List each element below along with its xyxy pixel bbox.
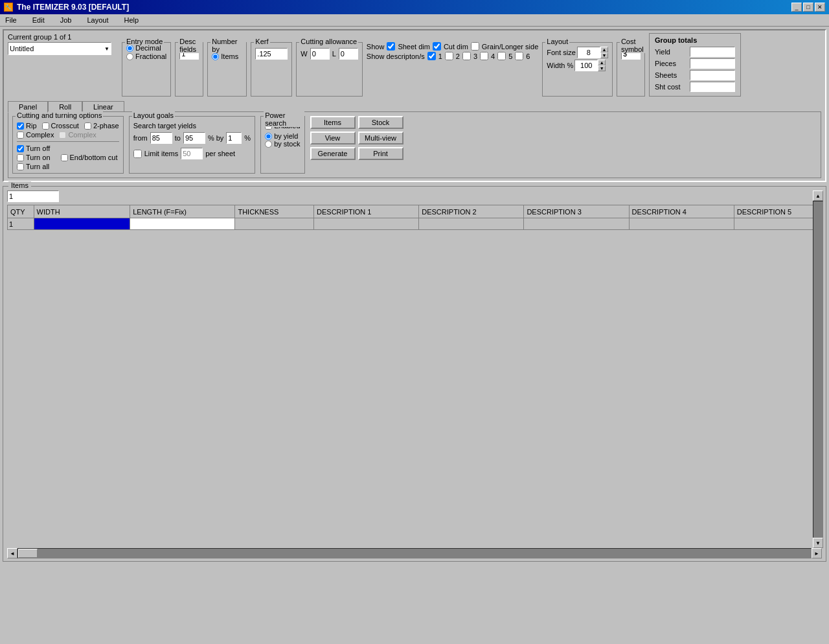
menu-job[interactable]: Job bbox=[58, 16, 74, 25]
show-desc-4-checkbox[interactable] bbox=[480, 52, 488, 60]
font-size-down-btn[interactable]: ▼ bbox=[600, 52, 608, 58]
turn-on-checkbox[interactable] bbox=[17, 154, 24, 161]
yield-input[interactable] bbox=[690, 47, 735, 57]
tabs-container-main: Panel Roll Linear Cutting and turning op… bbox=[8, 100, 821, 178]
width-pct-down-btn[interactable]: ▼ bbox=[598, 65, 606, 71]
row1-width[interactable] bbox=[34, 218, 130, 230]
crosscut-checkbox[interactable] bbox=[42, 122, 49, 130]
show-desc-5-checkbox[interactable] bbox=[497, 52, 506, 60]
scroll-left-btn[interactable]: ◄ bbox=[7, 548, 17, 558]
turn-off-label: Turn off bbox=[26, 144, 50, 152]
rip-checkbox[interactable] bbox=[17, 122, 24, 130]
group-totals-title: Group totals bbox=[655, 36, 735, 44]
scroll-vertical-track[interactable] bbox=[813, 201, 823, 538]
scroll-down-btn[interactable]: ▼ bbox=[813, 538, 823, 548]
sht-cost-input[interactable] bbox=[690, 82, 735, 92]
menu-layout[interactable]: Layout bbox=[84, 16, 111, 25]
layout-controls: Font size ▲ ▼ Width % bbox=[547, 47, 608, 71]
close-button[interactable]: ✕ bbox=[815, 3, 825, 12]
show-desc-6-checkbox[interactable] bbox=[515, 52, 523, 60]
limit-items-checkbox[interactable] bbox=[133, 150, 142, 158]
complex-checkbox[interactable] bbox=[17, 132, 24, 139]
tabs-row: Panel Roll Linear Cutting and turning op… bbox=[8, 100, 821, 178]
app-icon: 🔧 bbox=[4, 3, 13, 12]
tab-panel[interactable]: Panel bbox=[8, 101, 48, 113]
row1-length[interactable] bbox=[130, 218, 235, 230]
menu-help[interactable]: Help bbox=[121, 16, 141, 25]
by-yield-radio[interactable] bbox=[265, 133, 272, 140]
entry-mode-group: Entry mode Decimal Fractional bbox=[122, 42, 171, 97]
turn-off-checkbox[interactable] bbox=[17, 145, 24, 152]
dropdown-arrow-icon: ▼ bbox=[104, 46, 109, 52]
entry-mode-radios: Decimal Fractional bbox=[126, 44, 166, 60]
end-bottom-checkbox[interactable] bbox=[61, 154, 68, 161]
power-search-label: Power search bbox=[264, 111, 304, 127]
show-desc-1-checkbox[interactable] bbox=[427, 52, 436, 60]
menu-edit[interactable]: Edit bbox=[30, 16, 47, 25]
multiview-button[interactable]: Multi-view bbox=[358, 132, 403, 144]
yield-range-row: from to % by % bbox=[133, 132, 251, 144]
btn-row1: Items Stock bbox=[310, 116, 403, 129]
complex2-item: Complex bbox=[59, 131, 96, 139]
by-stock-radio[interactable] bbox=[265, 141, 272, 148]
kerf-input[interactable] bbox=[255, 48, 288, 60]
pieces-input[interactable] bbox=[690, 58, 735, 69]
search-target-label: Search target yields bbox=[133, 122, 251, 130]
limit-items-input[interactable] bbox=[181, 148, 203, 159]
stock-button[interactable]: Stock bbox=[358, 116, 403, 129]
items-button[interactable]: Items bbox=[310, 116, 356, 129]
sheets-input[interactable] bbox=[690, 70, 735, 80]
menu-file[interactable]: File bbox=[3, 16, 19, 25]
bottom-scrollbar: ◄ ► bbox=[7, 548, 822, 558]
by-radio-group: by yield by stock bbox=[265, 132, 300, 148]
to-input[interactable] bbox=[183, 132, 205, 144]
entry-mode-fractional-radio[interactable] bbox=[126, 53, 133, 60]
sheets-label: Sheets bbox=[655, 71, 687, 79]
from-input[interactable] bbox=[150, 132, 172, 144]
phase2-checkbox[interactable] bbox=[84, 122, 91, 130]
complex2-checkbox[interactable] bbox=[59, 132, 66, 139]
linear-box: Power search Enabled by yield bbox=[260, 116, 304, 174]
pct-by-input[interactable] bbox=[226, 132, 242, 144]
maximize-button[interactable]: □ bbox=[803, 3, 813, 12]
cutting-row1: Rip Crosscut 2-phase bbox=[17, 122, 119, 130]
width-pct-up-btn[interactable]: ▲ bbox=[598, 60, 606, 65]
kerf-group: Kerf bbox=[251, 42, 292, 97]
number-by-items-radio[interactable] bbox=[212, 53, 219, 60]
by-yield-label: by yield bbox=[274, 132, 298, 140]
col-header-desc2: DESCRIPTION 2 bbox=[419, 205, 524, 218]
scroll-right-btn[interactable]: ► bbox=[812, 548, 822, 558]
entry-mode-decimal-radio[interactable] bbox=[126, 45, 133, 52]
scroll-up-btn[interactable]: ▲ bbox=[813, 190, 823, 201]
scroll-thumb[interactable] bbox=[18, 549, 38, 558]
width-pct-input[interactable] bbox=[574, 60, 598, 71]
cut-dim-checkbox[interactable] bbox=[433, 42, 441, 51]
font-size-up-btn[interactable]: ▲ bbox=[600, 47, 608, 52]
crosscut-label: Crosscut bbox=[51, 122, 79, 130]
font-size-input[interactable] bbox=[577, 47, 600, 58]
print-button[interactable]: Print bbox=[358, 147, 403, 160]
cutting-allowance-w-input[interactable] bbox=[310, 48, 330, 60]
to-label: to bbox=[175, 134, 181, 142]
roll-box: Layout goals Search target yields from t… bbox=[129, 116, 255, 174]
show-desc-2-checkbox[interactable] bbox=[445, 52, 453, 60]
end-bottom-label: End/bottom cut bbox=[70, 154, 118, 161]
scroll-track[interactable] bbox=[17, 548, 812, 558]
generate-button[interactable]: Generate bbox=[310, 147, 356, 160]
pieces-label: Pieces bbox=[655, 60, 687, 67]
grain-checkbox[interactable] bbox=[471, 42, 479, 51]
items-id-input[interactable] bbox=[7, 190, 59, 202]
top-controls: Current group 1 of 1 Untitled ▼ Entry mo… bbox=[3, 29, 826, 182]
sheet-dim-checkbox[interactable] bbox=[387, 42, 395, 51]
entry-mode-label: Entry mode bbox=[125, 38, 164, 45]
view-button[interactable]: View bbox=[310, 132, 356, 144]
desc-fields-label: Desc fields bbox=[178, 38, 203, 53]
turn-all-checkbox[interactable] bbox=[17, 163, 24, 170]
width-pct-label: Width % bbox=[547, 62, 573, 69]
cutting-allowance-l-input[interactable] bbox=[339, 48, 358, 60]
desc-num-3: 3 bbox=[473, 52, 477, 60]
rip-label: Rip bbox=[26, 122, 37, 130]
minimize-button[interactable]: _ bbox=[791, 3, 802, 12]
group-dropdown[interactable]: Untitled ▼ bbox=[8, 42, 111, 55]
show-desc-3-checkbox[interactable] bbox=[462, 52, 471, 60]
